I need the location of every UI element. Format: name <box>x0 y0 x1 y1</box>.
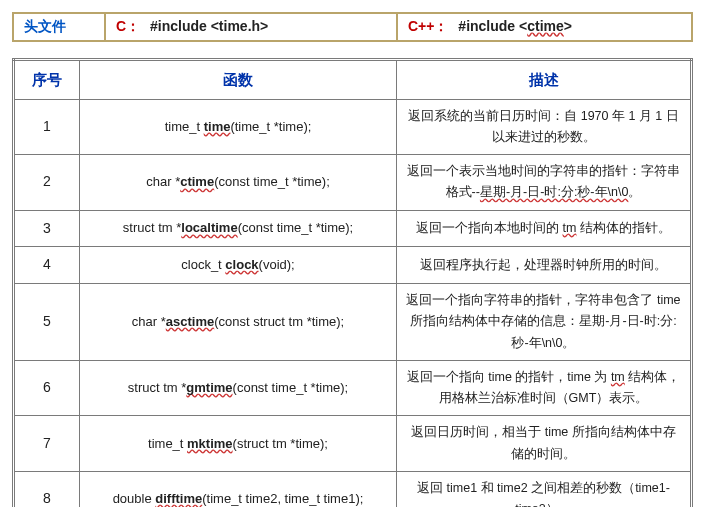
function-signature: clock_t clock(void); <box>80 247 397 284</box>
table-row: 4clock_t clock(void);返回程序执行起，处理器时钟所用的时间。 <box>14 247 692 284</box>
function-signature: struct tm *localtime(const time_t *time)… <box>80 210 397 247</box>
function-description: 返回一个指向字符串的指针，字符串包含了 time 所指向结构体中存储的信息：星期… <box>397 284 692 361</box>
cpp-lang-label: C++： <box>408 18 448 34</box>
header-cpp-cell: C++： #include <ctime> <box>397 13 692 41</box>
header-table: 头文件 C： #include <time.h> C++： #include <… <box>12 12 693 42</box>
row-number: 1 <box>14 99 80 155</box>
row-number: 4 <box>14 247 80 284</box>
header-c-cell: C： #include <time.h> <box>105 13 397 41</box>
table-row: 1time_t time(time_t *time);返回系统的当前日历时间：自… <box>14 99 692 155</box>
function-signature: time_t mktime(struct tm *time); <box>80 416 397 472</box>
row-number: 7 <box>14 416 80 472</box>
table-row: 7time_t mktime(struct tm *time);返回日历时间，相… <box>14 416 692 472</box>
table-row: 2char *ctime(const time_t *time);返回一个表示当… <box>14 155 692 211</box>
row-number: 2 <box>14 155 80 211</box>
table-row: 6struct tm *gmtime(const time_t *time);返… <box>14 360 692 416</box>
table-row: 5char *asctime(const struct tm *time);返回… <box>14 284 692 361</box>
function-signature: time_t time(time_t *time); <box>80 99 397 155</box>
function-signature: struct tm *gmtime(const time_t *time); <box>80 360 397 416</box>
function-description: 返回一个指向 time 的指针，time 为 tm 结构体，用格林兰治标准时间（… <box>397 360 692 416</box>
function-signature: char *asctime(const struct tm *time); <box>80 284 397 361</box>
table-row: 3struct tm *localtime(const time_t *time… <box>14 210 692 247</box>
row-number: 6 <box>14 360 80 416</box>
cpp-include: #include <ctime> <box>458 18 572 34</box>
function-signature: double difftime(time_t time2, time_t tim… <box>80 471 397 507</box>
row-number: 3 <box>14 210 80 247</box>
row-number: 8 <box>14 471 80 507</box>
function-description: 返回 time1 和 time2 之间相差的秒数（time1-time2）。 <box>397 471 692 507</box>
function-description: 返回日历时间，相当于 time 所指向结构体中存储的时间。 <box>397 416 692 472</box>
function-description: 返回程序执行起，处理器时钟所用的时间。 <box>397 247 692 284</box>
table-header-row: 序号 函数 描述 <box>14 60 692 100</box>
function-description: 返回一个指向本地时间的 tm 结构体的指针。 <box>397 210 692 247</box>
row-number: 5 <box>14 284 80 361</box>
table-row: 8double difftime(time_t time2, time_t ti… <box>14 471 692 507</box>
function-description: 返回一个表示当地时间的字符串的指针：字符串格式--星期-月-日-时:分:秒-年\… <box>397 155 692 211</box>
function-description: 返回系统的当前日历时间：自 1970 年 1 月 1 日以来进过的秒数。 <box>397 99 692 155</box>
c-include: #include <time.h> <box>150 18 268 34</box>
col-num-header: 序号 <box>14 60 80 100</box>
functions-table: 序号 函数 描述 1time_t time(time_t *time);返回系统… <box>12 58 693 507</box>
col-func-header: 函数 <box>80 60 397 100</box>
col-desc-header: 描述 <box>397 60 692 100</box>
c-lang-label: C： <box>116 18 140 34</box>
function-signature: char *ctime(const time_t *time); <box>80 155 397 211</box>
header-label: 头文件 <box>13 13 105 41</box>
